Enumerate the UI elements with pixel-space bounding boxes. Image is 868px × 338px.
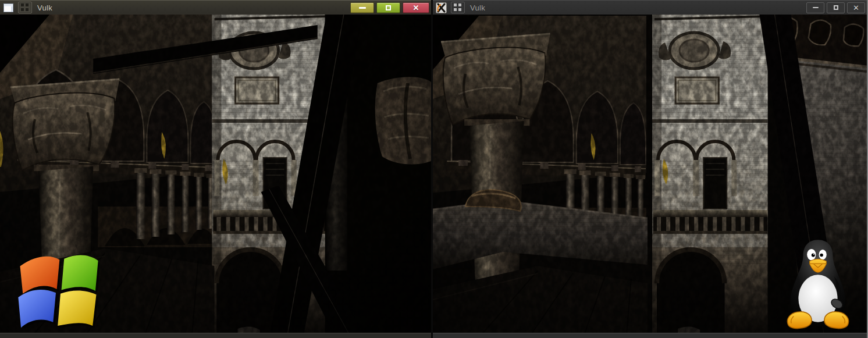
xorg-x-icon-glyph <box>436 2 447 13</box>
xorg-x-icon[interactable] <box>435 2 447 13</box>
title-bar[interactable]: Vulk ✕ <box>0 0 431 15</box>
render-viewport-windows <box>0 15 431 333</box>
windows-flag-logo <box>14 243 102 328</box>
vulkan-window-linux: Vulk ✕ <box>433 0 868 338</box>
maximize-icon <box>834 5 838 10</box>
render-viewport-linux <box>433 15 867 333</box>
grid-menu-icon[interactable] <box>451 2 465 13</box>
window-title: Vulk <box>37 3 52 12</box>
window-bottom-border <box>433 333 867 338</box>
windows-pane-yellow <box>58 291 96 326</box>
minimize-icon <box>359 7 366 9</box>
close-button[interactable]: ✕ <box>403 2 429 13</box>
minimize-button[interactable] <box>350 2 374 13</box>
close-icon: ✕ <box>853 4 859 12</box>
desktop: Vulk ✕ <box>0 0 868 338</box>
minimize-button[interactable] <box>806 2 824 13</box>
window-app-icon[interactable] <box>2 2 14 13</box>
windows-pane-green <box>62 255 98 291</box>
vulkan-window-windows: Vulk ✕ <box>0 0 431 338</box>
title-bar[interactable]: Vulk ✕ <box>433 0 867 15</box>
grid-menu-icon[interactable] <box>18 2 32 13</box>
close-button[interactable]: ✕ <box>847 2 865 13</box>
maximize-button[interactable] <box>376 2 400 13</box>
minimize-icon <box>813 7 819 8</box>
window-app-icon-glyph <box>3 3 13 12</box>
maximize-button[interactable] <box>827 2 845 13</box>
tux-linux-logo <box>785 237 851 330</box>
window-title: Vulk <box>470 3 485 12</box>
window-bottom-border <box>0 333 431 338</box>
maximize-icon <box>386 5 391 10</box>
close-icon: ✕ <box>413 4 419 12</box>
